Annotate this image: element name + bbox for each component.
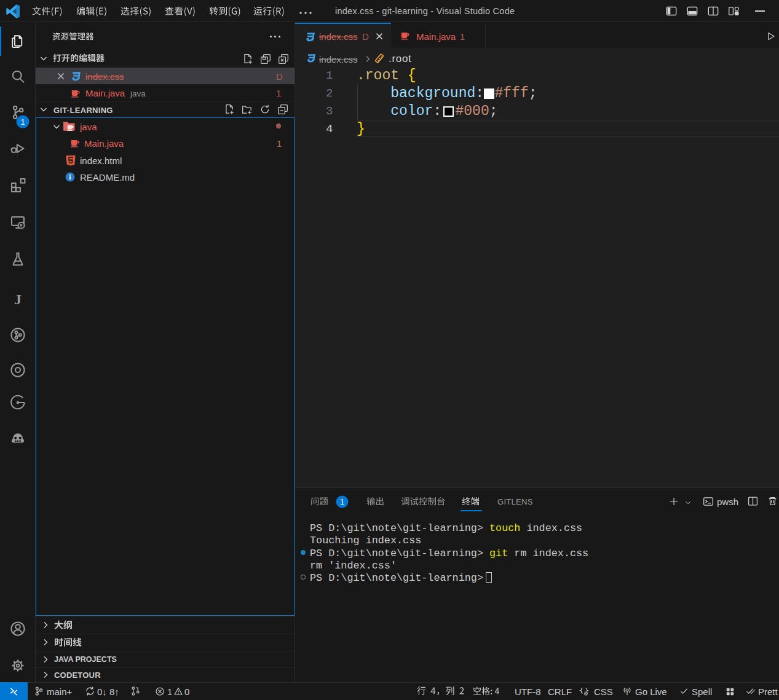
svg-text:1: 1 bbox=[340, 497, 344, 506]
svg-text:1: 1 bbox=[20, 117, 25, 127]
svg-text:J: J bbox=[14, 291, 22, 307]
